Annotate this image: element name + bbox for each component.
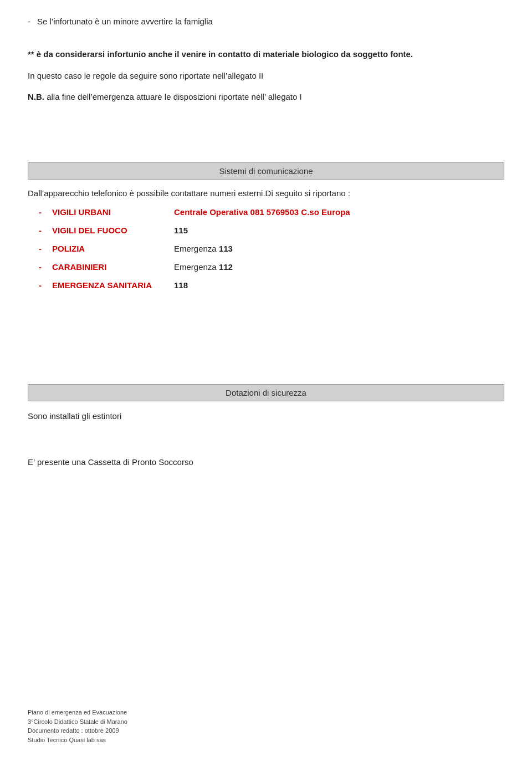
paragraph-bold-text: ** è da considerarsi infortunio anche il… (28, 49, 413, 59)
top-section: - Se l’infortunato è un minore avvertire… (28, 17, 504, 26)
bullet-dash-1: - (28, 17, 30, 26)
nb-label: N.B. (28, 92, 44, 101)
dotazioni-item-1: Sono installati gli estintori (28, 410, 504, 423)
value-vigili-urbani: Centrale Operativa 081 5769503 C.so Euro… (174, 207, 350, 217)
footer-line-2: 3°Circolo Didattico Statale di Marano (28, 717, 127, 727)
paragraph-nb: N.B. alla fine dell’emergenza attuare le… (28, 91, 504, 104)
dotazioni-item-2-text: E’ presente una Cassetta di Pronto Socco… (28, 457, 193, 467)
dotazioni-item-1-text: Sono installati gli estintori (28, 411, 121, 421)
contact-row-vigili-urbani: - VIGILI URBANI Centrale Operativa 081 5… (39, 207, 504, 217)
footer-line-3: Documento redatto : ottobre 2009 (28, 726, 127, 736)
intro-suffix: .Di seguito si riportano : (263, 188, 350, 198)
value-carabinieri-bold: 112 (217, 262, 233, 272)
paragraph-2: In questo caso le regole da seguire sono… (28, 70, 504, 83)
value-polizia-bold: 113 (217, 244, 233, 253)
communications-header: Sistemi di comunicazione (28, 162, 504, 180)
page: - Se l’infortunato è un minore avvertire… (28, 17, 504, 744)
value-vigili-urbani-red: Centrale Operativa 081 5769503 (174, 207, 299, 217)
bullet-item-1: - Se l’infortunato è un minore avvertire… (28, 17, 504, 26)
nb-text: alla fine dell’emergenza attuare le disp… (47, 92, 302, 101)
contact-row-emergenza: - EMERGENZA SANITARIA 118 (39, 280, 504, 290)
footer-line-4: Studio Tecnico Quasi lab sas (28, 736, 127, 745)
dash-emergenza: - (39, 280, 45, 290)
communications-section: Sistemi di comunicazione Dall’apparecchi… (28, 162, 504, 290)
label-polizia: POLIZIA (52, 244, 174, 253)
contact-row-vigili-fuoco: - VIGILI DEL FUOCO 115 (39, 226, 504, 235)
dash-polizia: - (39, 244, 45, 253)
value-emergenza: 118 (174, 280, 188, 290)
value-carabinieri: Emergenza 112 (174, 262, 233, 272)
paragraph-2-text: In questo caso le regole da seguire sono… (28, 71, 263, 80)
value-vigili-urbani-black: C.so Europa (299, 207, 350, 217)
communications-intro: Dall’apparecchio telefonico è possibile … (28, 187, 504, 200)
footer: Piano di emergenza ed Evacuazione 3°Circ… (28, 708, 127, 744)
dotazioni-content: Sono installati gli estintori E’ present… (28, 410, 504, 468)
label-vigili-fuoco: VIGILI DEL FUOCO (52, 226, 174, 235)
value-vigili-fuoco-plain: 115 (174, 226, 188, 235)
dotazioni-item-2: E’ presente una Cassetta di Pronto Socco… (28, 456, 504, 469)
dotazioni-header: Dotazioni di sicurezza (28, 384, 504, 401)
dotazioni-section: Dotazioni di sicurezza Sono installati g… (28, 384, 504, 468)
label-emergenza: EMERGENZA SANITARIA (52, 280, 174, 290)
contact-row-polizia: - POLIZIA Emergenza 113 (39, 244, 504, 253)
value-carabinieri-prefix: Emergenza (174, 262, 217, 272)
contact-row-carabinieri: - CARABINIERI Emergenza 112 (39, 262, 504, 272)
dash-carabinieri: - (39, 262, 45, 272)
value-vigili-fuoco: 115 (174, 226, 188, 235)
communications-header-text: Sistemi di comunicazione (219, 166, 313, 176)
value-emergenza-plain: 118 (174, 280, 188, 290)
contact-list: - VIGILI URBANI Centrale Operativa 081 5… (39, 207, 504, 290)
paragraph-bold: ** è da considerarsi infortunio anche il… (28, 48, 504, 61)
value-polizia: Emergenza 113 (174, 244, 233, 253)
intro-text: Dall’apparecchio telefonico è possibile … (28, 188, 263, 198)
label-carabinieri: CARABINIERI (52, 262, 174, 272)
dash-vigili-fuoco: - (39, 226, 45, 235)
dotazioni-header-text: Dotazioni di sicurezza (226, 388, 306, 397)
bullet-text-1: Se l’infortunato è un minore avvertire l… (37, 17, 213, 26)
dash-vigili-urbani: - (39, 207, 45, 217)
value-polizia-prefix: Emergenza (174, 244, 217, 253)
label-vigili-urbani: VIGILI URBANI (52, 207, 174, 217)
footer-line-1: Piano di emergenza ed Evacuazione (28, 708, 127, 717)
